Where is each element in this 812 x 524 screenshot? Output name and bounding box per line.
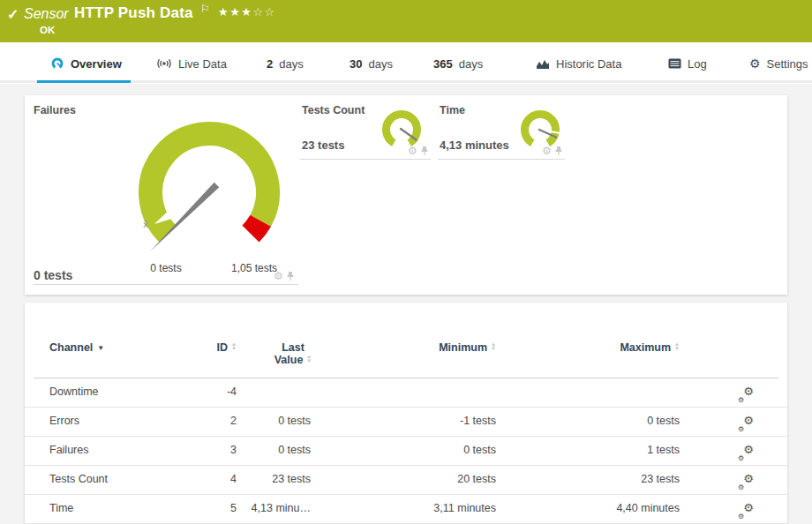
pin-icon[interactable] <box>420 146 429 156</box>
gauge-settings-icon[interactable]: ⚙ <box>274 271 283 281</box>
gauge-cell-actions: ⚙ <box>408 146 429 156</box>
gauge-settings-icon[interactable]: ⚙ <box>542 146 552 156</box>
sensor-header: ✓ Sensor HTTP Push Data ⚐ ★★★☆☆ OK <box>0 0 812 42</box>
gear-icon: ⚙ <box>749 57 761 70</box>
channel-name: Tests Count <box>49 465 108 494</box>
tab-live-data[interactable]: Live Data <box>156 54 227 73</box>
table-row: Time 5 4,13 minu… 3,11 minutes 4,40 minu… <box>25 494 787 524</box>
sort-icon: ▲▼ <box>306 355 312 363</box>
channel-minimum: 3,11 minutes <box>364 494 496 523</box>
channel-minimum: 0 tests <box>364 436 496 465</box>
channel-minimum: 20 tests <box>364 465 496 494</box>
channel-id: -4 <box>157 378 237 407</box>
gauge-value-tests-count: 23 tests <box>302 138 344 152</box>
channel-last-value: 23 tests <box>217 465 311 494</box>
failures-gauge: x̄ <box>121 104 297 281</box>
channel-table-panel: Channel▼ ID▲▼ LastValue▲▼ Minimum▲▼ Maxi… <box>25 303 787 524</box>
table-row: Errors 2 0 tests -1 tests 0 tests ⚙⚙ <box>25 407 787 437</box>
gauge-settings-icon[interactable]: ⚙ <box>408 146 417 156</box>
channel-settings-icon[interactable]: ⚙⚙ <box>738 475 754 490</box>
tab-bar: Overview Live Data 2days 30days 365days … <box>0 42 812 84</box>
log-list-icon <box>668 58 681 69</box>
gauge-cell-divider <box>34 284 298 285</box>
stars-empty[interactable]: ☆☆ <box>252 5 275 19</box>
gauge-cell-divider <box>300 159 431 160</box>
gauge-icon <box>50 56 64 71</box>
gauge-title-failures: Failures <box>34 104 76 116</box>
priority-stars[interactable]: ★★★☆☆ <box>218 5 276 19</box>
gauge-value-failures: 0 tests <box>34 268 72 282</box>
pin-icon[interactable] <box>286 271 295 281</box>
gauge-value-time: 4,13 minutes <box>440 138 509 152</box>
channel-settings-icon[interactable]: ⚙⚙ <box>738 446 754 460</box>
channel-name: Downtime <box>49 378 99 407</box>
column-header-last-value[interactable]: LastValue▲▼ <box>263 341 323 366</box>
channel-settings-icon[interactable]: ⚙⚙ <box>738 505 754 519</box>
column-header-minimum[interactable]: Minimum▲▼ <box>374 341 496 354</box>
column-header-maximum[interactable]: Maximum▲▼ <box>558 341 680 354</box>
gauge-title-time: Time <box>440 104 465 116</box>
gauge-cell-divider <box>438 159 565 160</box>
status-badge: OK <box>40 25 55 35</box>
priority-flag-icon[interactable]: ⚐ <box>200 3 210 15</box>
stars-filled[interactable]: ★★★ <box>218 5 252 19</box>
tab-settings[interactable]: ⚙ Settings <box>749 54 808 73</box>
sort-icon: ▲▼ <box>491 342 496 351</box>
sort-desc-icon: ▼ <box>97 344 104 352</box>
channel-last-value: 4,13 minu… <box>217 494 311 523</box>
channel-maximum: 0 tests <box>547 407 680 436</box>
channel-maximum: 4,40 minutes <box>547 494 680 523</box>
table-row: Failures 3 0 tests 0 tests 1 tests ⚙⚙ <box>25 436 787 466</box>
gauge-title-tests-count: Tests Count <box>302 104 365 116</box>
active-tab-underline <box>37 80 131 83</box>
channel-name: Errors <box>49 407 79 436</box>
tab-historic-data[interactable]: Historic Data <box>536 54 621 73</box>
pin-icon[interactable] <box>554 146 563 156</box>
gauge-scale-min: 0 tests <box>132 262 199 274</box>
tab-30-days[interactable]: 30days <box>350 54 393 73</box>
channel-minimum: -1 tests <box>364 407 496 436</box>
tab-log[interactable]: Log <box>668 54 707 73</box>
table-row: Downtime -4 ⚙⚙ <box>25 378 787 408</box>
channel-settings-icon[interactable]: ⚙⚙ <box>738 388 754 402</box>
column-header-id[interactable]: ID▲▼ <box>157 341 237 354</box>
object-kind-label: Sensor <box>24 6 69 22</box>
gauge-cell-actions: ⚙ <box>274 271 295 281</box>
channel-name: Failures <box>49 436 88 465</box>
prtg-sensor-page: ✓ Sensor HTTP Push Data ⚐ ★★★☆☆ OK Overv… <box>0 0 812 524</box>
table-row: Tests Count 4 23 tests 20 tests 23 tests… <box>25 465 787 495</box>
sort-icon: ▲▼ <box>231 342 237 351</box>
channel-settings-icon[interactable]: ⚙⚙ <box>738 417 754 431</box>
column-header-channel[interactable]: Channel▼ <box>49 341 104 354</box>
broadcast-icon <box>156 57 172 70</box>
channel-maximum: 23 tests <box>547 465 680 494</box>
channel-maximum: 1 tests <box>547 436 680 465</box>
average-marker-label: x̄ <box>143 219 148 229</box>
tab-365-days[interactable]: 365days <box>433 54 483 73</box>
channel-last-value: 0 tests <box>217 436 311 465</box>
area-chart-icon <box>536 58 550 70</box>
channel-name: Time <box>49 494 73 523</box>
status-check-icon: ✓ <box>7 6 19 23</box>
gauge-cell-actions: ⚙ <box>542 146 563 156</box>
tab-2-days[interactable]: 2days <box>267 54 304 73</box>
gauges-panel: Failures x̄ 0 tests 1,05 tests 0 tests ⚙… <box>25 95 787 295</box>
tab-overview[interactable]: Overview <box>50 54 122 73</box>
sort-icon: ▲▼ <box>674 342 680 351</box>
channel-last-value: 0 tests <box>217 407 311 436</box>
page-title: HTTP Push Data <box>74 4 193 22</box>
